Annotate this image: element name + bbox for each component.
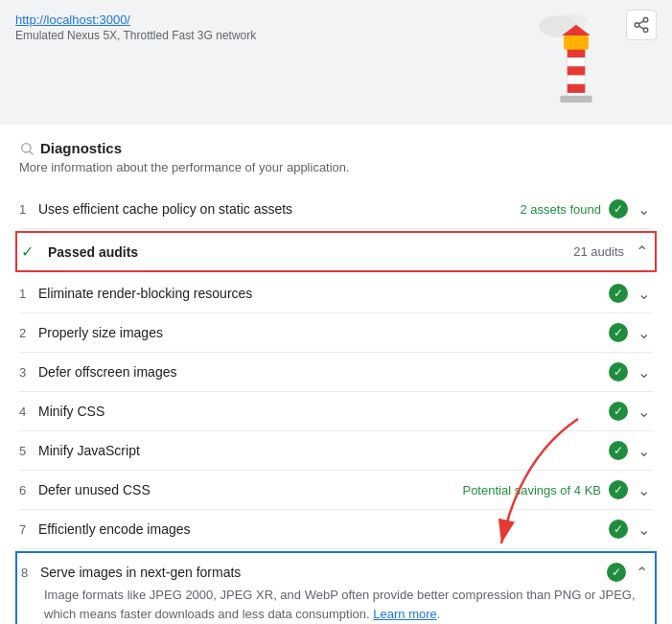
check-icon-5 [609, 441, 628, 460]
check-icon-3 [609, 362, 628, 381]
audit-row-1[interactable]: 1 Eliminate render-blocking resources ⌄ [19, 274, 653, 313]
audit-label-3: Defer offscreen images [38, 364, 609, 380]
chevron-down-6[interactable]: ⌄ [634, 481, 653, 499]
chevron-up-8[interactable]: ⌃ [632, 564, 651, 582]
diagnostics-header: Diagnostics [19, 140, 653, 156]
audit-row-7[interactable]: 7 Efficiently encode images ⌄ [19, 510, 653, 549]
audit-label-4: Minify CSS [38, 404, 609, 419]
diagnostics-description: More information about the performance o… [19, 160, 653, 174]
svg-rect-13 [560, 96, 591, 103]
share-button[interactable] [626, 10, 657, 40]
check-icon-4 [609, 402, 628, 421]
audit-row-4[interactable]: 4 Minify CSS ⌄ [19, 392, 653, 431]
audit-label-8: Serve images in next-gen formats [40, 565, 607, 580]
assets-found-text: 2 assets found [520, 202, 601, 217]
url-link[interactable]: http://localhost:3000/ [15, 12, 130, 27]
audit-label-1: Eliminate render-blocking resources [38, 286, 609, 301]
svg-rect-8 [568, 49, 585, 58]
audit-label: Uses efficient cache policy on static as… [38, 201, 520, 217]
svg-rect-10 [568, 84, 585, 93]
diagnostics-icon [19, 141, 35, 156]
chevron-down-5[interactable]: ⌄ [634, 442, 653, 460]
audit-label-6: Defer unused CSS [38, 482, 462, 497]
svg-rect-11 [564, 35, 589, 50]
audit-row-3[interactable]: 3 Defer offscreen images ⌄ [19, 353, 653, 392]
svg-point-14 [22, 143, 31, 151]
chevron-down-3[interactable]: ⌄ [634, 363, 653, 381]
check-icon-7 [609, 520, 628, 539]
passed-audits-label: Passed audits [48, 244, 573, 260]
expanded-text: Image formats like JPEG 2000, JPEG XR, a… [44, 588, 636, 621]
chevron-down-4[interactable]: ⌄ [634, 403, 653, 421]
check-icon-6 [609, 480, 628, 499]
share-icon [633, 16, 650, 34]
diagnostics-title: Diagnostics [40, 140, 122, 156]
check-icon-2 [609, 323, 628, 342]
audit-label-7: Efficiently encode images [38, 521, 609, 537]
audit-num-2: 2 [19, 326, 38, 340]
audit-num-7: 7 [19, 522, 38, 537]
svg-rect-9 [568, 66, 585, 75]
header-area: http://localhost:3000/ Emulated Nexus 5X… [0, 0, 672, 125]
audit-row-6[interactable]: 6 Defer unused CSS Potential savings of … [19, 471, 653, 510]
passed-check-icon: ✓ [21, 243, 40, 261]
audit-item-8-expanded[interactable]: 8 Serve images in next-gen formats ⌃ Ima… [15, 551, 657, 624]
check-icon-1 [609, 284, 628, 303]
audit-row-8[interactable]: 8 Serve images in next-gen formats ⌃ [21, 553, 651, 586]
audit-num-1: 1 [19, 287, 38, 301]
audit-number: 1 [19, 202, 38, 217]
learn-more-link[interactable]: Learn more [373, 607, 436, 621]
chevron-down-1[interactable]: ⌄ [634, 285, 653, 303]
chevron-up-icon[interactable]: ⌃ [632, 243, 651, 261]
audit-label-2: Properly size images [38, 325, 609, 340]
chevron-down-icon[interactable]: ⌄ [634, 200, 653, 219]
audit-num-5: 5 [19, 444, 38, 458]
check-icon-8 [607, 563, 626, 582]
main-content: Diagnostics More information about the p… [0, 125, 672, 624]
chevron-down-2[interactable]: ⌄ [634, 324, 653, 342]
svg-line-15 [30, 151, 33, 154]
audit-num-3: 3 [19, 365, 38, 380]
passed-audits-header[interactable]: ✓ Passed audits 21 audits ⌃ [15, 231, 657, 272]
audit-row-2[interactable]: 2 Properly size images ⌄ [19, 313, 653, 353]
passed-audits-count: 21 audits [573, 244, 624, 259]
audit-row-5[interactable]: 5 Minify JavaScript ⌄ [19, 431, 653, 471]
audit-num-8: 8 [21, 566, 40, 580]
check-icon [609, 199, 628, 219]
static-asset-row[interactable]: 1 Uses efficient cache policy on static … [19, 190, 653, 229]
audit-num-6: 6 [19, 483, 38, 497]
audit-num-4: 4 [19, 404, 38, 419]
audit-label-5: Minify JavaScript [38, 443, 609, 458]
lighthouse-logo [538, 0, 614, 115]
chevron-down-7[interactable]: ⌄ [634, 520, 653, 539]
svg-line-4 [638, 21, 643, 24]
svg-line-3 [638, 26, 643, 29]
savings-text-6: Potential savings of 4 KB [462, 483, 601, 497]
audit-expanded-description: Image formats like JPEG 2000, JPEG XR, a… [21, 586, 651, 624]
